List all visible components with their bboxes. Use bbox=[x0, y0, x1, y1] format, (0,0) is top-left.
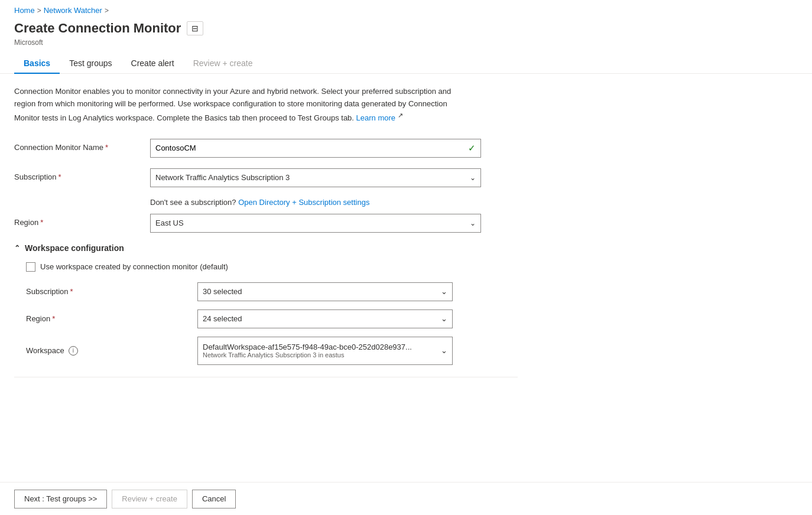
main-content: Connection Monitor enables you to monito… bbox=[0, 74, 532, 401]
next-button[interactable]: Next : Test groups >> bbox=[14, 490, 107, 509]
cancel-button[interactable]: Cancel bbox=[192, 490, 236, 509]
workspace-subscription-group: Subscription * 30 selected ⌄ bbox=[26, 282, 518, 301]
connection-monitor-name-input[interactable] bbox=[151, 144, 468, 152]
region-group: Region * East US ⌄ bbox=[14, 214, 518, 233]
workspace-checkbox-row: Use workspace created by connection moni… bbox=[26, 262, 518, 272]
breadcrumb-sep1: > bbox=[37, 6, 41, 15]
page-header: Create Connection Monitor ⊟ bbox=[0, 18, 812, 38]
workspace-region-select[interactable]: 24 selected ⌄ bbox=[197, 309, 453, 328]
workspace-section-title: Workspace configuration bbox=[25, 243, 124, 253]
workspace-picker-value: DefaultWorkspace-af15e575-f948-49ac-bce0… bbox=[203, 343, 412, 351]
breadcrumb: Home > Network Watcher > bbox=[0, 0, 812, 18]
workspace-section-header[interactable]: ⌃ Workspace configuration bbox=[14, 243, 518, 253]
workspace-region-value: 24 selected bbox=[203, 314, 242, 323]
workspace-picker-chevron-icon: ⌄ bbox=[441, 346, 447, 355]
workspace-picker-group: Workspace i DefaultWorkspace-af15e575-f9… bbox=[26, 337, 518, 365]
workspace-checkbox[interactable] bbox=[26, 262, 35, 272]
learn-more-link[interactable]: Learn more bbox=[356, 113, 395, 122]
tab-review-create: Review + create bbox=[184, 54, 262, 74]
check-icon: ✓ bbox=[468, 143, 480, 154]
page-title: Create Connection Monitor bbox=[14, 21, 181, 36]
section-divider bbox=[14, 377, 518, 377]
breadcrumb-sep2: > bbox=[105, 6, 109, 15]
tab-test-groups[interactable]: Test groups bbox=[60, 54, 121, 74]
review-create-button: Review + create bbox=[112, 490, 187, 509]
region-value: East US bbox=[155, 219, 184, 227]
workspace-chevron-up-icon: ⌃ bbox=[14, 244, 20, 252]
connection-monitor-name-label: Connection Monitor Name * bbox=[14, 139, 150, 152]
connection-monitor-name-group: Connection Monitor Name * ✓ bbox=[14, 139, 518, 158]
workspace-picker-content: DefaultWorkspace-af15e575-f948-49ac-bce0… bbox=[203, 343, 412, 358]
workspace-subscription-required: * bbox=[70, 287, 73, 296]
workspace-subscription-select[interactable]: 30 selected ⌄ bbox=[197, 282, 453, 301]
tab-create-alert[interactable]: Create alert bbox=[122, 54, 184, 74]
description-text: Connection Monitor enables you to monito… bbox=[14, 86, 463, 125]
region-label: Region * bbox=[14, 214, 150, 227]
workspace-picker-sub: Network Traffic Analytics Subscription 3… bbox=[203, 351, 412, 358]
required-marker: * bbox=[105, 143, 108, 152]
breadcrumb-network-watcher[interactable]: Network Watcher bbox=[44, 6, 102, 15]
workspace-subscription-label: Subscription * bbox=[26, 287, 197, 296]
region-chevron-icon: ⌄ bbox=[470, 219, 476, 227]
connection-monitor-name-input-wrapper[interactable]: ✓ bbox=[150, 139, 481, 158]
region-required: * bbox=[40, 218, 43, 227]
workspace-subscription-value: 30 selected bbox=[203, 287, 242, 296]
workspace-info-icon[interactable]: i bbox=[69, 346, 78, 356]
region-select[interactable]: East US ⌄ bbox=[150, 214, 481, 233]
page-subtitle: Microsoft bbox=[0, 38, 812, 54]
subscription-select[interactable]: Network Traffic Analytics Subscription 3… bbox=[150, 168, 481, 187]
workspace-body: Use workspace created by connection moni… bbox=[14, 262, 518, 365]
tabs-container: Basics Test groups Create alert Review +… bbox=[0, 54, 812, 74]
page-icon-button[interactable]: ⊟ bbox=[187, 21, 203, 35]
workspace-subscription-chevron-icon: ⌄ bbox=[441, 287, 447, 296]
workspace-region-required: * bbox=[52, 314, 55, 323]
subscription-value: Network Traffic Analytics Subscription 3 bbox=[155, 173, 290, 182]
subscription-chevron-icon: ⌄ bbox=[470, 174, 476, 182]
workspace-region-chevron-icon: ⌄ bbox=[441, 314, 447, 323]
subscription-label: Subscription * bbox=[14, 168, 150, 181]
tab-basics[interactable]: Basics bbox=[14, 54, 60, 74]
workspace-picker-label: Workspace i bbox=[26, 346, 197, 356]
workspace-region-label: Region * bbox=[26, 314, 197, 323]
workspace-section: ⌃ Workspace configuration Use workspace … bbox=[14, 243, 518, 365]
workspace-region-group: Region * 24 selected ⌄ bbox=[26, 309, 518, 328]
subscription-hint: Don't see a subscription? Open Directory… bbox=[150, 198, 518, 207]
workspace-picker-select[interactable]: DefaultWorkspace-af15e575-f948-49ac-bce0… bbox=[197, 337, 453, 365]
workspace-checkbox-label: Use workspace created by connection moni… bbox=[40, 262, 228, 271]
subscription-group: Subscription * Network Traffic Analytics… bbox=[14, 168, 518, 187]
bottom-bar: Next : Test groups >> Review + create Ca… bbox=[0, 482, 812, 515]
subscription-required: * bbox=[59, 172, 61, 181]
open-directory-link[interactable]: Open Directory + Subscription settings bbox=[238, 198, 369, 207]
breadcrumb-home[interactable]: Home bbox=[14, 6, 35, 15]
